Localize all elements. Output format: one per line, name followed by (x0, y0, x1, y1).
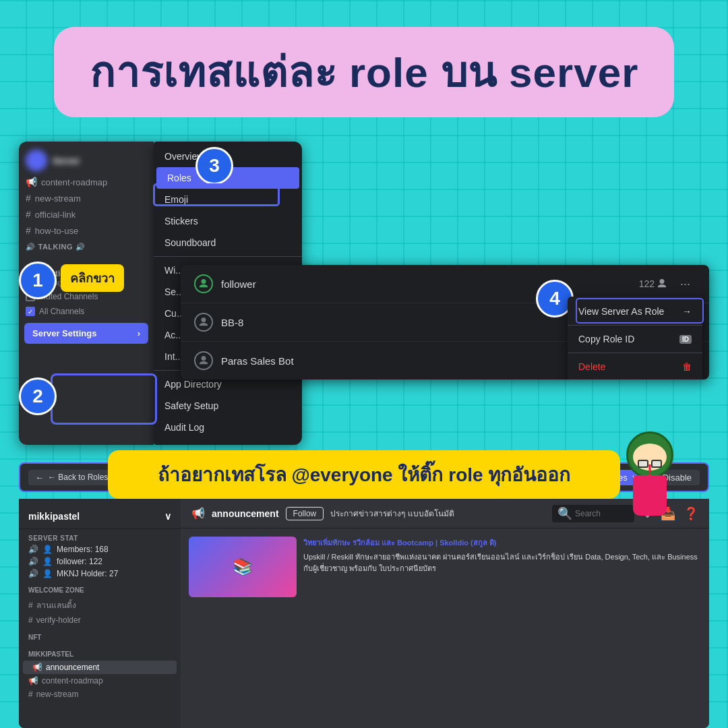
annotation-text: ถ้าอยากเทสโรล @everyone ให้ติ๊ก role ทุก… (158, 464, 571, 485)
speaker-icon-2: 🔊 (28, 557, 38, 566)
role-icon-paras (194, 351, 213, 370)
speaker-icon-3: 🔊 (28, 569, 38, 578)
ctx-bans[interactable]: Bans (154, 438, 302, 445)
ctx-audit-log[interactable]: Audit Log (154, 417, 302, 438)
server-name-header[interactable]: mikkipastel ∨ (19, 504, 181, 529)
title-banner: การเทสแต่ละ role บน server (54, 27, 674, 117)
nft-section-header: NFT (19, 631, 181, 644)
mascot-face: ! (633, 444, 667, 471)
channel-verify[interactable]: # verify-holder (19, 613, 181, 627)
all-channels-row[interactable]: ✓ All Channels (19, 304, 154, 319)
bottom-annotation: ถ้าอยากเทสโรล @everyone ให้ติ๊ก role ทุก… (108, 450, 620, 499)
discord-left-sidebar: mikkipastel ∨ SERVER STAT 🔊 👤 Members: 1… (19, 499, 181, 728)
volume-icon: 🔊 (26, 243, 36, 251)
delete-role-item[interactable]: Delete 🗑 (568, 355, 702, 379)
stat-section: SERVER STAT (19, 533, 181, 543)
sidebar-channel-official-link[interactable]: # official-link (19, 206, 154, 222)
megaphone-icon-header: 📢 (191, 507, 205, 520)
glass-right (651, 460, 662, 468)
muted-all-channels-outline (51, 373, 157, 425)
hash-icon: # (26, 193, 31, 204)
step-2-circle: 2 (19, 377, 57, 415)
megaphone-icon: 📢 (26, 177, 37, 187)
hash-icon-new-stream: # (28, 690, 33, 699)
sidebar-channel-content-roadmap[interactable]: 📢 content-roadmap (19, 174, 154, 190)
click-right-label: คลิกขวา (61, 264, 124, 292)
person-icon-2: 👤 (42, 557, 53, 566)
stat-mknj: 🔊 👤 MKNJ Holder: 27 (19, 568, 181, 580)
rcm-divider-1 (568, 325, 702, 326)
person-icon-1: 👤 (42, 545, 53, 554)
role-icon-bb8 (194, 313, 213, 332)
arrow-right-icon: → (682, 306, 692, 317)
channel-header-name: announcement (212, 508, 279, 519)
ctx-soundboard[interactable]: Soundboard (154, 232, 302, 253)
welcome-zone-header: WELCOME ZONE (19, 584, 181, 597)
megaphone-icon-3: 📢 (28, 676, 38, 686)
channel-new-stream[interactable]: # new-stream (19, 688, 181, 701)
sidebar-channel-new-stream[interactable]: # new-stream (19, 190, 154, 206)
mascot-head: ! (626, 431, 673, 479)
arrow-left-icon: ← (35, 473, 44, 483)
search-icon: 🔍 (557, 506, 572, 521)
channel-announcement-active[interactable]: 📢 announcement (23, 661, 177, 674)
person-icon-3: 👤 (42, 569, 53, 578)
talking-section: 🔊 TALKING 🔊 (19, 239, 154, 253)
title-text: การเทสแต่ละ role บน server (90, 49, 639, 96)
server-settings-button[interactable]: Server Settings › (24, 323, 148, 344)
channel-content-roadmap[interactable]: 📢 content-roadmap (19, 674, 181, 688)
stat-follower: 🔊 👤 follower: 122 (19, 555, 181, 568)
roles-panel: follower 122 ··· View Server As Role → C… (181, 265, 709, 380)
ann-link: วิทยาเพิ่มทักษะ รวีกล้อม และ Bootcamp | … (303, 537, 701, 549)
announcement-image: 📚 (189, 537, 297, 597)
step-3-circle: 3 (195, 147, 233, 185)
step-1-circle: 1 (19, 262, 57, 299)
channel-landing[interactable]: # ลานแลนดิ้ง (19, 597, 181, 613)
trash-icon: 🗑 (682, 361, 692, 372)
roles-menu-outline (153, 183, 280, 206)
announcement-text: วิทยาเพิ่มทักษะ รวีกล้อม และ Bootcamp | … (303, 537, 701, 720)
role-context-menu: View Server As Role → Copy Role ID ID De… (568, 297, 702, 380)
hash-icon-verify: # (28, 615, 33, 625)
megaphone-icon-2: 📢 (32, 663, 42, 672)
copy-role-id-item[interactable]: Copy Role ID ID (568, 327, 702, 351)
sidebar-channel-how-to-use[interactable]: # how-to-use (19, 222, 154, 239)
rcm-divider-2 (568, 353, 702, 353)
speaker-icon-1: 🔊 (28, 545, 38, 554)
ctx-divider-1 (154, 256, 302, 257)
id-badge: ID (679, 335, 692, 344)
all-channels-checkbox[interactable]: ✓ (26, 307, 35, 316)
ann-body: Upskill / Reskill ทักษะสายอาชีพแห่งอนาคต… (303, 551, 701, 574)
role-count-follower: 122 (639, 278, 667, 289)
main-content-area: 📚 วิทยาเพิ่มทักษะ รวีกล้อม และ Bootcamp … (181, 528, 709, 728)
chevron-down-icon-server: ∨ (164, 511, 171, 522)
mascot: ! (609, 431, 690, 533)
hash-icon-2: # (26, 209, 31, 220)
discord-main-content: 📢 announcement Follow ประกาศข่าวสารต่างๆ… (181, 499, 709, 728)
announcement-title-small: ประกาศข่าวสารต่างๆ แบบอัตโนมัติ (330, 507, 454, 520)
role-options-dots-follower[interactable]: ··· (675, 277, 696, 291)
ctx-stickers[interactable]: Stickers (154, 210, 302, 232)
hash-icon-landing: # (28, 601, 33, 610)
discord-bottom-view: mikkipastel ∨ SERVER STAT 🔊 👤 Members: 1… (19, 499, 709, 728)
mascot-torso (633, 475, 667, 516)
follow-button[interactable]: Follow (286, 507, 324, 520)
role-icon-follower (194, 274, 213, 293)
ctx-safety-setup[interactable]: Safety Setup (154, 395, 302, 417)
stat-members: 🔊 👤 Members: 168 (19, 543, 181, 555)
view-server-as-role-item[interactable]: View Server As Role → (568, 299, 702, 324)
hash-icon-3: # (26, 225, 31, 236)
mikkipastel-section-header: MIKKIPASTEL (19, 648, 181, 661)
chevron-right-icon: › (138, 328, 140, 338)
